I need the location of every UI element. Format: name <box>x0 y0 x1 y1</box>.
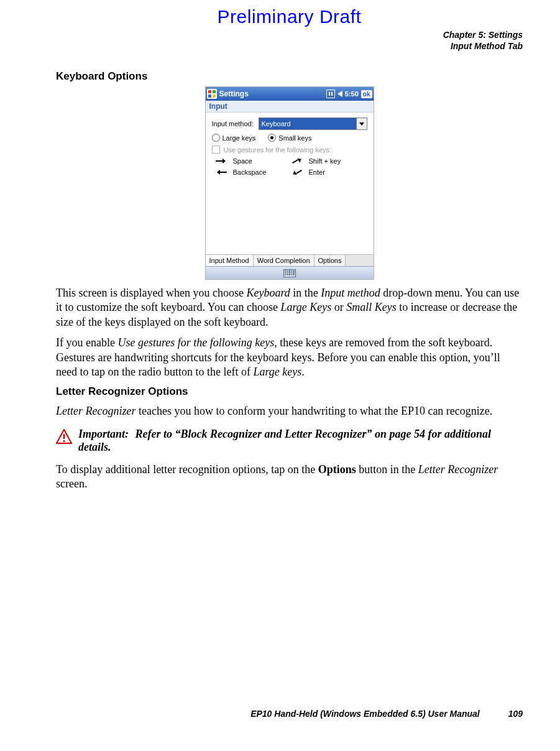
connectivity-icon[interactable] <box>326 90 335 98</box>
chapter-line-1: Chapter 5: Settings <box>56 30 523 41</box>
device-screenshot: Settings 5:50 ok Input Input method: Key… <box>205 86 374 280</box>
page-footer: EP10 Hand-Held (Windows Embedded 6.5) Us… <box>250 709 523 719</box>
warning-icon <box>56 429 72 447</box>
sip-bar <box>206 266 374 279</box>
paragraph-3: Letter Recognizer teaches you how to con… <box>56 404 523 418</box>
gestures-checkbox[interactable] <box>212 145 220 154</box>
dropdown-arrow-icon[interactable] <box>356 118 367 129</box>
tab-options[interactable]: Options <box>314 255 346 266</box>
gestures-checkbox-label: Use gestures for the following keys: <box>224 146 332 154</box>
titlebar-title: Settings <box>219 90 249 98</box>
gesture-enter-icon <box>291 168 303 176</box>
gesture-shift-label: Shift + key <box>309 157 367 165</box>
important-text: Refer to “Block Recognizer and Letter Re… <box>78 428 491 453</box>
input-method-dropdown[interactable]: Keyboard <box>259 117 367 130</box>
settings-body: Input method: Keyboard Large keys Small … <box>206 113 374 254</box>
radio-large-keys[interactable] <box>212 134 220 142</box>
ok-button[interactable]: ok <box>361 90 372 98</box>
radio-large-keys-label: Large keys <box>223 134 256 142</box>
paragraph-2: If you enable Use gestures for the follo… <box>56 336 523 379</box>
preliminary-draft-title: Preliminary Draft <box>56 6 523 27</box>
gesture-enter-label: Enter <box>309 168 367 176</box>
tab-input-method[interactable]: Input Method <box>206 255 254 266</box>
input-method-label: Input method: <box>212 120 259 127</box>
tabs-row: Input Method Word Completion Options <box>206 254 374 266</box>
speaker-icon[interactable] <box>337 91 342 97</box>
section-heading-letter-recognizer: Letter Recognizer Options <box>56 385 523 398</box>
titlebar: Settings 5:50 ok <box>206 87 374 101</box>
radio-small-keys-label: Small keys <box>278 134 311 142</box>
gesture-shift-icon <box>291 157 303 165</box>
clock-text: 5:50 <box>345 90 359 98</box>
section-heading-keyboard-options: Keyboard Options <box>56 70 523 83</box>
gesture-backspace-label: Backspace <box>233 168 291 176</box>
footer-text: EP10 Hand-Held (Windows Embedded 6.5) Us… <box>250 709 480 719</box>
windows-flag-icon <box>207 89 217 99</box>
gesture-space-icon <box>216 157 227 165</box>
chapter-header: Chapter 5: Settings Input Method Tab <box>56 30 523 52</box>
page-number: 109 <box>508 709 523 719</box>
radio-small-keys[interactable] <box>268 134 276 142</box>
chapter-line-2: Input Method Tab <box>56 41 523 52</box>
paragraph-1: This screen is displayed when you choose… <box>56 286 523 329</box>
paragraph-4: To display additional letter recognition… <box>56 463 523 492</box>
sip-keyboard-icon[interactable] <box>283 269 296 277</box>
important-note: Important: Refer to “Block Recognizer an… <box>56 428 523 454</box>
tab-word-completion[interactable]: Word Completion <box>254 255 314 266</box>
gesture-space-label: Space <box>233 157 291 165</box>
input-method-value: Keyboard <box>262 120 291 127</box>
subheader-input: Input <box>206 101 374 113</box>
gesture-backspace-icon <box>216 168 227 176</box>
important-label: Important: <box>78 428 129 440</box>
svg-point-2 <box>63 440 65 442</box>
